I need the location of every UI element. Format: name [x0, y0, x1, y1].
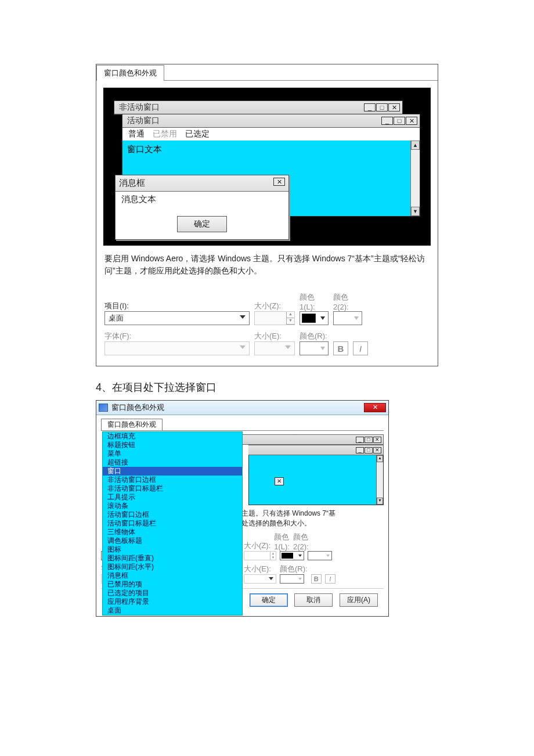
tab-window-color[interactable]: 窗口颜色和外观: [101, 419, 163, 430]
close-icon[interactable]: ✕: [275, 477, 284, 485]
menu-item-selected[interactable]: 已选定: [185, 129, 210, 138]
dropdown-item[interactable]: 已选定的项目: [103, 589, 242, 597]
dialog-titlebar: 窗口颜色和外观 ✕: [96, 401, 388, 415]
maximize-icon[interactable]: □: [394, 117, 405, 125]
minimize-icon[interactable]: _: [364, 103, 376, 111]
size-z-spinner: ▲▼: [244, 551, 276, 560]
window-color-appearance-dialog-1: 窗口颜色和外观 非活动窗口 _ □ ✕ 活动窗口 _ □ ✕: [96, 64, 438, 366]
font-label: 字体(F):: [104, 331, 250, 341]
bold-toggle: B: [333, 341, 348, 355]
chevron-down-icon: [240, 315, 246, 319]
minimize-icon[interactable]: _: [356, 447, 364, 453]
dropdown-item[interactable]: 窗口: [103, 467, 242, 476]
close-icon[interactable]: ✕: [364, 403, 386, 412]
dropdown-item[interactable]: 图标间距(水平): [103, 563, 242, 571]
color-r-label: 颜色(R):: [280, 564, 308, 574]
cancel-button[interactable]: 取消: [294, 593, 333, 607]
preview-panel: 非活动窗口 _ □ ✕ 活动窗口 _ □ ✕ 普通 已禁用 已选定: [103, 88, 431, 246]
ok-button[interactable]: 确定: [177, 216, 227, 232]
bold-toggle: B: [311, 574, 322, 584]
item-select-value: 桌面: [109, 313, 124, 323]
dropdown-item[interactable]: 调色板标题: [103, 537, 242, 545]
item-select[interactable]: 桌面: [104, 311, 250, 325]
dropdown-item[interactable]: 菜单: [103, 449, 242, 458]
color-r-swatch: [280, 574, 304, 584]
color2-swatch: [333, 311, 362, 325]
color1-label: 颜色 1(L):: [274, 532, 290, 551]
window-text: 窗口文本: [127, 144, 415, 155]
color1-swatch[interactable]: [280, 551, 304, 560]
minimize-icon[interactable]: _: [381, 117, 393, 125]
menu-item-normal[interactable]: 普通: [128, 129, 145, 138]
dropdown-item[interactable]: 工具提示: [103, 493, 242, 502]
dropdown-item[interactable]: 非活动窗口标题栏: [103, 484, 242, 493]
color2-label: 颜色 2(2):: [333, 292, 362, 311]
size-z-label: 大小(Z):: [244, 541, 270, 551]
close-icon[interactable]: ✕: [406, 117, 417, 125]
close-icon[interactable]: ✕: [273, 178, 285, 186]
dropdown-item[interactable]: 桌面: [103, 606, 242, 615]
dropdown-item[interactable]: 滚动条: [103, 502, 242, 510]
dropdown-item[interactable]: 消息框: [103, 571, 242, 580]
controls-area: 项目(I): 桌面 大小(Z): ▲▼ 颜色 1(L):: [96, 283, 438, 366]
size-e-select: [244, 574, 276, 584]
italic-toggle: I: [353, 341, 368, 355]
size-e-label: 大小(E):: [244, 564, 276, 574]
dropdown-item[interactable]: 图标间距(垂直): [103, 554, 242, 563]
ok-button[interactable]: 确定: [250, 593, 288, 607]
color2-label: 颜色 2(2):: [293, 532, 309, 551]
dropdown-item[interactable]: 已禁用的项: [103, 580, 242, 589]
dropdown-item[interactable]: 边框填充: [103, 432, 242, 441]
close-icon[interactable]: ✕: [388, 103, 400, 111]
dialog-title: 窗口颜色和外观: [111, 402, 364, 413]
dropdown-item[interactable]: 超链接: [103, 458, 242, 467]
italic-toggle: I: [325, 574, 335, 584]
item-label: 项目(I):: [104, 301, 250, 311]
scroll-down-icon[interactable]: ▼: [411, 207, 420, 216]
maximize-icon[interactable]: □: [365, 437, 373, 443]
menu-item-disabled: 已禁用: [153, 129, 177, 138]
dropdown-item[interactable]: 活动窗口标题栏: [103, 519, 242, 528]
inactive-window-title: 非活动窗口: [119, 102, 363, 113]
window-color-appearance-dialog-2: 窗口颜色和外观 ✕ 窗口颜色和外观 边框填充标题按钮菜单超链接窗口非活动窗口边框…: [96, 400, 389, 617]
dropdown-item[interactable]: 标题按钮: [103, 441, 242, 449]
item-dropdown-list[interactable]: 边框填充标题按钮菜单超链接窗口非活动窗口边框非活动窗口标题栏工具提示滚动条活动窗…: [102, 431, 243, 615]
apply-button[interactable]: 应用(A): [340, 593, 378, 607]
color1-swatch[interactable]: [300, 311, 329, 325]
aero-note: 要启用 Windows Aero，请选择 Windows 主题。只有选择 Win…: [104, 253, 430, 277]
message-box-title: 消息框: [119, 178, 273, 189]
scrollbar[interactable]: ▲ ▼: [410, 141, 420, 216]
size-z-spinner: ▲▼: [254, 311, 295, 325]
inactive-window: 非活动窗口 _ □ ✕: [114, 100, 403, 115]
note-fragment-2: 处选择的颜色和大小。: [241, 519, 311, 527]
close-icon[interactable]: ✕: [373, 437, 381, 443]
dropdown-item[interactable]: 活动窗口边框: [103, 510, 242, 519]
size-e-label: 大小(E):: [254, 331, 295, 341]
maximize-icon[interactable]: □: [376, 103, 388, 111]
size-e-select: [254, 341, 295, 355]
maximize-icon[interactable]: □: [365, 447, 373, 453]
minimize-icon[interactable]: _: [356, 437, 364, 443]
message-box: 消息框 ✕ 消息文本 确定: [115, 175, 289, 240]
color-r-swatch: [300, 341, 329, 355]
dropdown-item[interactable]: 非活动窗口边框: [103, 476, 242, 484]
dropdown-item[interactable]: 应用程序背景: [103, 597, 242, 606]
dropdown-item[interactable]: 三维物体: [103, 528, 242, 537]
dropdown-item[interactable]: 图标: [103, 545, 242, 554]
size-z-label: 大小(Z):: [254, 301, 295, 311]
font-select: [104, 341, 250, 355]
menu-row: 普通 已禁用 已选定: [122, 128, 420, 141]
note-fragment-1: 主题。只有选择 Windows 7“基: [241, 509, 335, 517]
color-r-label: 颜色(R):: [300, 331, 329, 341]
scrollbar[interactable]: ▲▼: [376, 455, 383, 505]
color1-label: 颜色 1(L):: [300, 292, 329, 311]
step-caption: 4、在项目处下拉选择窗口: [96, 380, 438, 394]
scroll-up-icon[interactable]: ▲: [411, 141, 420, 150]
preview-mini: _ □ ✕ _ □ ✕ ✕ ▲▼ 主题。只有选择 Windows 7“基 处选择…: [241, 431, 384, 528]
app-icon: [99, 404, 108, 412]
tab-window-color[interactable]: 窗口颜色和外观: [96, 65, 164, 81]
color2-swatch: [308, 551, 332, 560]
close-icon[interactable]: ✕: [373, 447, 381, 453]
active-window-title: 活动窗口: [127, 116, 381, 126]
message-box-text: 消息文本: [116, 192, 288, 209]
